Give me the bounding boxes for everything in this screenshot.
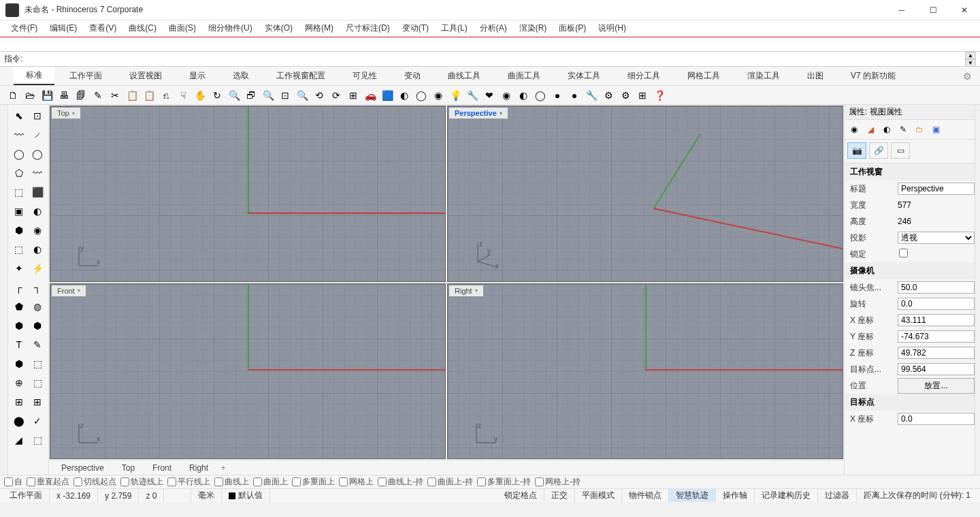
osnap-toggle[interactable]: 曲线上 [214,476,249,488]
tool-button[interactable]: ⬠ [10,164,28,182]
toolbar-button[interactable]: 💡 [448,88,463,103]
toolbar-button[interactable]: ✂ [108,88,122,103]
chevron-down-icon[interactable]: ▾ [500,110,502,116]
menu-item[interactable]: 网格(M) [299,21,339,35]
toolbar-button[interactable]: ✎ [91,88,105,103]
toolbar-button[interactable]: 🟦 [380,88,395,103]
tool-button[interactable]: 〰 [10,126,28,144]
toolbar-button[interactable]: 🗗 [244,88,259,103]
menu-item[interactable]: 曲线(C) [123,21,162,35]
toolbar-button[interactable]: 🔧 [465,88,480,103]
tool-button[interactable]: ⬚ [29,374,47,392]
tool-button[interactable]: ▣ [10,202,28,220]
toolbar-button[interactable]: ↻ [210,88,225,103]
menu-item[interactable]: 渲染(R) [514,21,553,35]
osnap-toggle[interactable]: 多重面上 [292,476,335,488]
toolbar-button[interactable]: ⊞ [635,88,650,103]
menu-item[interactable]: 实体(O) [259,21,298,35]
tool-button[interactable]: ✎ [29,336,47,354]
toolbar-tab[interactable]: 实体工具 [555,67,612,84]
tool-button[interactable]: ⚡ [29,260,47,277]
toolbar-button[interactable]: ◉ [499,88,514,103]
toolbar-tab[interactable]: 工作视窗配置 [264,67,338,84]
tool-button[interactable]: ┌ [10,279,28,296]
tool-button[interactable]: ⬚ [29,431,47,449]
monitor-icon[interactable]: ▣ [929,123,943,136]
properties-icon[interactable]: ◉ [847,123,861,136]
menu-item[interactable]: 工具(L) [436,21,473,35]
minimize-button[interactable]: ─ [886,0,917,20]
menu-item[interactable]: 文件(F) [5,21,43,35]
tool-button[interactable]: ⬚ [29,355,47,373]
tool-button[interactable]: ⬛ [29,183,47,201]
toolbar-button[interactable]: ◯ [414,88,429,103]
prop-rotation-input[interactable] [898,298,975,310]
toolbar-button[interactable]: ⎌ [159,88,174,103]
toolbar-button[interactable]: 🖶 [56,88,71,103]
tool-button[interactable]: 〰 [29,164,47,182]
toolbar-button[interactable]: ⚙ [601,88,616,103]
prop-target-dist-input[interactable] [898,363,975,375]
viewport-label-front[interactable]: Front▾ [52,285,86,296]
tool-button[interactable]: ⊞ [29,393,47,411]
tool-button[interactable]: ⬢ [10,221,28,239]
osnap-toggle[interactable]: 切线起点 [74,476,116,488]
tool-button[interactable]: ⟋ [29,126,47,144]
toolbar-button[interactable]: ❤ [482,88,497,103]
viewport-tab[interactable]: Front [144,462,180,474]
menu-item[interactable]: 查看(V) [84,21,122,35]
material-icon[interactable]: ◢ [864,123,877,136]
toolbar-tab[interactable]: 标准 [14,67,54,85]
close-button[interactable]: ✕ [949,0,980,20]
tool-button[interactable]: ✓ [29,412,47,430]
viewport-right[interactable]: Right▾ zy [447,283,843,460]
tool-button[interactable]: ◯ [10,145,28,163]
toolbar-button[interactable]: 🗐 [74,88,88,103]
toolbar-tab[interactable]: 工作平面 [57,67,114,84]
toolbar-button[interactable]: ◯ [533,88,548,103]
toolbar-button[interactable]: ◐ [397,88,412,103]
tool-button[interactable]: ⬢ [10,317,28,334]
toolbar-tab[interactable]: 出图 [795,67,836,84]
menu-item[interactable]: 曲面(S) [163,21,201,35]
toolbar-button[interactable]: ◐ [516,88,531,103]
tool-button[interactable]: ⬟ [10,298,28,315]
tool-button[interactable]: ◉ [29,221,47,239]
toolbar-button[interactable]: ● [550,88,565,103]
status-layer[interactable]: 默认值 [222,489,270,502]
status-units[interactable]: 毫米 [191,489,222,502]
toolbar-tab[interactable]: 曲面工具 [495,67,553,84]
tool-button[interactable]: ◯ [29,145,47,163]
tool-button[interactable]: T [10,336,28,354]
toolbar-tab[interactable]: 网格工具 [675,67,732,84]
prop-cam-z-input[interactable] [898,347,975,359]
osnap-toggle[interactable]: 垂直起点 [27,476,69,488]
tool-button[interactable]: ⬢ [29,317,47,334]
toolbar-button[interactable]: 🔧 [584,88,599,103]
chevron-down-icon[interactable]: ▾ [72,110,75,116]
rect-tab-icon[interactable]: ▭ [891,142,910,159]
toolbar-tab[interactable]: 变动 [392,67,433,84]
toolbar-button[interactable]: 🗋 [5,88,20,103]
toolbar-button[interactable]: ◉ [431,88,446,103]
status-cplane[interactable]: 工作平面 [3,489,50,502]
chevron-down-icon[interactable]: ▾ [475,287,478,294]
status-toggle[interactable]: 物件锁点 [622,489,669,502]
command-input[interactable] [22,54,965,64]
menu-item[interactable]: 变动(T) [397,21,434,35]
chevron-down-icon[interactable]: ▾ [78,287,80,294]
status-toggle[interactable]: 智慧轨迹 [669,489,716,502]
menu-item[interactable]: 尺寸标注(D) [340,21,395,35]
toolbar-tab[interactable]: 曲线工具 [436,67,493,84]
prop-title-input[interactable] [898,183,975,195]
toolbar-button[interactable]: ✋ [193,88,208,103]
viewport-label-top[interactable]: Top▾ [52,108,80,119]
menu-item[interactable]: 分析(A) [474,21,512,35]
tool-button[interactable]: ⊕ [10,374,28,392]
menu-item[interactable]: 面板(P) [553,21,591,35]
toolbar-button[interactable]: ⚙ [618,88,633,103]
viewport-label-perspective[interactable]: Perspective▾ [449,108,508,119]
status-toggle[interactable]: 记录建构历史 [755,489,818,502]
toolbar-button[interactable]: 💾 [39,88,54,103]
prop-target-x-input[interactable] [898,413,975,425]
